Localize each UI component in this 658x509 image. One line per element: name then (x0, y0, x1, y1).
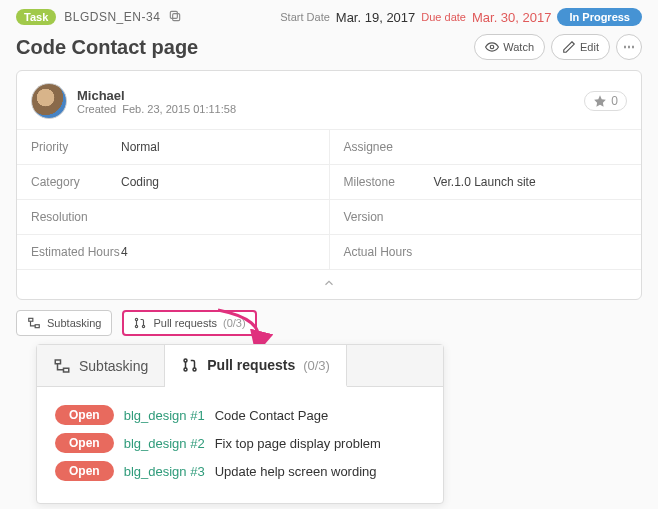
tab-label: Subtasking (47, 317, 101, 329)
fields-right: Assignee MilestoneVer.1.0 Launch site Ve… (329, 129, 642, 269)
field-value: Coding (121, 175, 159, 189)
pr-status-badge: Open (55, 433, 114, 453)
tab-pull-requests[interactable]: Pull requests (0/3) (122, 310, 256, 336)
copy-icon[interactable] (168, 9, 182, 26)
star-button[interactable]: 0 (584, 91, 627, 111)
git-pull-request-icon (181, 356, 199, 374)
star-count: 0 (611, 94, 618, 108)
pr-link[interactable]: blg_design #3 (124, 464, 205, 479)
field-label: Version (344, 210, 434, 224)
watch-label: Watch (503, 41, 534, 53)
field-value: 4 (121, 245, 128, 259)
edit-label: Edit (580, 41, 599, 53)
svg-point-5 (136, 318, 138, 320)
pull-requests-panel: Subtasking Pull requests (0/3) Open blg_… (36, 344, 444, 504)
more-button[interactable]: ⋯ (616, 34, 642, 60)
chevron-up-icon (322, 276, 336, 290)
edit-button[interactable]: Edit (551, 34, 610, 60)
due-date-label: Due date (421, 11, 466, 23)
zoom-tab-pull-requests[interactable]: Pull requests (0/3) (165, 345, 347, 387)
zoom-tab-subtasking[interactable]: Subtasking (37, 345, 165, 386)
pull-request-row: Open blg_design #3 Update help screen wo… (55, 457, 425, 485)
pr-status-badge: Open (55, 461, 114, 481)
detail-card: Michael Created Feb. 23, 2015 01:11:58 0… (16, 70, 642, 300)
svg-point-7 (143, 325, 145, 327)
field-label: Assignee (344, 140, 434, 154)
field-label: Milestone (344, 175, 434, 189)
pr-title: Update help screen wording (215, 464, 377, 479)
issue-header: Task BLGDSN_EN-34 Start Date Mar. 19, 20… (0, 0, 658, 30)
svg-point-6 (136, 325, 138, 327)
pr-link[interactable]: blg_design #1 (124, 408, 205, 423)
git-pull-request-icon (133, 316, 147, 330)
status-badge: In Progress (557, 8, 642, 26)
svg-rect-8 (55, 360, 60, 364)
field-value: Ver.1.0 Launch site (434, 175, 536, 189)
page-title: Code Contact page (16, 36, 198, 59)
svg-rect-0 (173, 13, 180, 20)
title-row: Code Contact page Watch Edit ⋯ (0, 30, 658, 70)
creator-row: Michael Created Feb. 23, 2015 01:11:58 0 (17, 71, 641, 129)
pull-request-row: Open blg_design #2 Fix top page display … (55, 429, 425, 457)
collapse-toggle[interactable] (17, 269, 641, 299)
issue-key: BLGDSN_EN-34 (64, 10, 160, 24)
star-icon (593, 94, 607, 108)
tab-label: Pull requests (153, 317, 217, 329)
svg-point-2 (491, 45, 495, 49)
pencil-icon (562, 40, 576, 54)
tab-count: (0/3) (223, 317, 246, 329)
issue-type-badge: Task (16, 9, 56, 25)
pr-status-badge: Open (55, 405, 114, 425)
avatar (31, 83, 67, 119)
field-label: Actual Hours (344, 245, 434, 259)
due-date: Mar. 30, 2017 (472, 10, 552, 25)
start-date-label: Start Date (280, 11, 330, 23)
pr-title: Code Contact Page (215, 408, 328, 423)
svg-point-11 (184, 368, 187, 371)
field-value: Normal (121, 140, 160, 154)
field-label: Resolution (31, 210, 121, 224)
svg-point-10 (184, 359, 187, 362)
creator-name: Michael (77, 88, 236, 103)
tab-label: Subtasking (79, 358, 148, 374)
svg-rect-3 (29, 318, 33, 321)
subtask-icon (27, 316, 41, 330)
pull-request-row: Open blg_design #1 Code Contact Page (55, 401, 425, 429)
tab-subtasking[interactable]: Subtasking (16, 310, 112, 336)
field-label: Estimated Hours (31, 245, 121, 259)
tabs-row: Subtasking Pull requests (0/3) (0, 300, 658, 346)
svg-rect-9 (64, 368, 69, 372)
field-label: Category (31, 175, 121, 189)
fields-left: PriorityNormal CategoryCoding Resolution… (17, 129, 329, 269)
eye-icon (485, 40, 499, 54)
created-line: Created Feb. 23, 2015 01:11:58 (77, 103, 236, 115)
field-label: Priority (31, 140, 121, 154)
pull-request-list: Open blg_design #1 Code Contact Page Ope… (37, 387, 443, 503)
tab-count: (0/3) (303, 358, 330, 373)
dates: Start Date Mar. 19, 2017 Due date Mar. 3… (280, 8, 642, 26)
pr-title: Fix top page display problem (215, 436, 381, 451)
svg-rect-1 (171, 11, 178, 18)
tab-label: Pull requests (207, 357, 295, 373)
subtask-icon (53, 357, 71, 375)
start-date: Mar. 19, 2017 (336, 10, 416, 25)
pr-link[interactable]: blg_design #2 (124, 436, 205, 451)
svg-point-12 (193, 368, 196, 371)
svg-rect-4 (35, 325, 39, 328)
watch-button[interactable]: Watch (474, 34, 545, 60)
